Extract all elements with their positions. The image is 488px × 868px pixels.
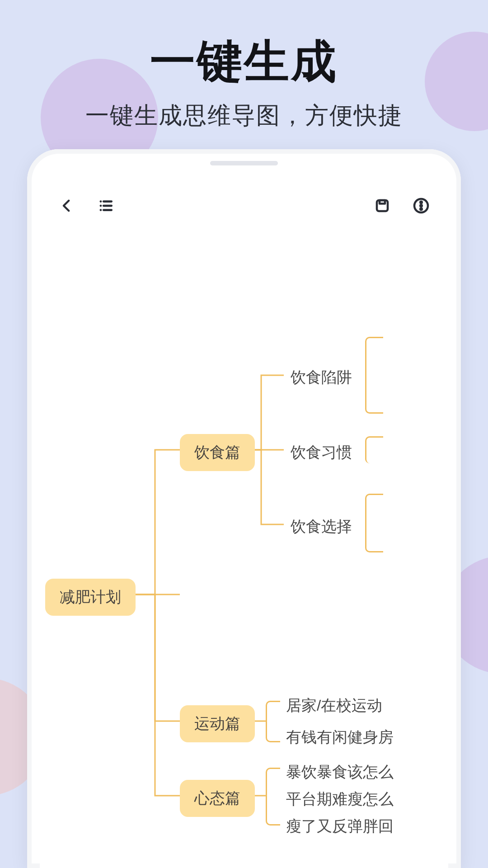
svg-rect-7	[380, 200, 385, 204]
leaf-bracket	[365, 436, 383, 463]
hero-title: 一键生成	[0, 32, 488, 93]
back-button[interactable]	[56, 195, 78, 217]
mindmap-branch-sport[interactable]: 运动篇	[180, 705, 255, 742]
save-icon	[374, 198, 390, 214]
mindmap-leaf[interactable]: 饮食选择	[291, 516, 352, 537]
mindmap-leaf[interactable]: 饮食陷阱	[291, 367, 352, 388]
hero-subtitle: 一键生成思维导图，方便快捷	[0, 100, 488, 132]
outline-button[interactable]	[95, 195, 117, 217]
list-icon	[97, 197, 114, 214]
leaf-bracket	[365, 494, 383, 552]
save-button[interactable]	[371, 195, 393, 217]
mindmap-leaf[interactable]: 暴饮暴食该怎么	[286, 762, 394, 783]
mindmap-leaf[interactable]: 饮食习惯	[291, 442, 352, 463]
mindmap-branch-diet[interactable]: 饮食篇	[180, 434, 255, 471]
toolbar	[40, 190, 448, 222]
mindmap-branch-mind[interactable]: 心态篇	[180, 780, 255, 817]
svg-rect-6	[377, 200, 388, 211]
svg-point-9	[420, 202, 422, 203]
phone-frame: 减肥计划 饮食篇 饮食陷阱 饮食习惯 饮食选择 运动篇 居家/在校运动 有钱有闲…	[27, 149, 461, 868]
mindmap-leaf[interactable]: 瘦了又反弹胖回	[286, 816, 394, 837]
mindmap-root-node[interactable]: 减肥计划	[45, 579, 136, 616]
leaf-bracket	[266, 768, 280, 826]
app-screen: 减肥计划 饮食篇 饮食陷阱 饮食习惯 饮食选择 运动篇 居家/在校运动 有钱有闲…	[40, 176, 448, 868]
leaf-bracket	[266, 701, 280, 742]
mindmap-leaf[interactable]: 平台期难瘦怎么	[286, 789, 394, 810]
svg-point-10	[420, 205, 422, 207]
mindmap-leaf[interactable]: 居家/在校运动	[286, 695, 382, 716]
svg-point-11	[420, 208, 422, 210]
leaf-bracket	[365, 337, 383, 414]
mindmap-leaf[interactable]: 有钱有闲健身房	[286, 727, 394, 748]
more-vertical-icon	[413, 198, 429, 214]
chevron-left-icon	[59, 198, 75, 213]
mindmap-canvas[interactable]: 减肥计划 饮食篇 饮食陷阱 饮食习惯 饮食选择 运动篇 居家/在校运动 有钱有闲…	[40, 235, 448, 868]
more-button[interactable]	[410, 195, 432, 217]
